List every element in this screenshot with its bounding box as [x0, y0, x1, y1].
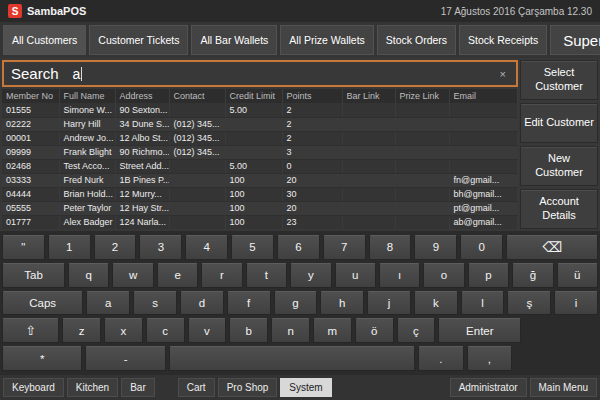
- key-comma[interactable]: ,: [467, 346, 513, 371]
- kitchen-button[interactable]: Kitchen: [67, 378, 118, 397]
- key-s[interactable]: s: [133, 291, 177, 316]
- key-o-umlaut[interactable]: ö: [355, 318, 394, 343]
- tab-supervisor[interactable]: Supervisor: [550, 25, 600, 55]
- key-dotless-i[interactable]: ı: [379, 263, 420, 288]
- pro-shop-button[interactable]: Pro Shop: [218, 378, 278, 397]
- key-c-cedilla[interactable]: ç: [397, 318, 436, 343]
- tab-all-prize-wallets[interactable]: All Prize Wallets: [280, 25, 373, 55]
- table-row[interactable]: 05555Peter Taylor12 Hay Str...10020pt@gm…: [2, 201, 518, 215]
- key-r[interactable]: r: [201, 263, 242, 288]
- search-input[interactable]: a: [73, 66, 497, 82]
- key-a[interactable]: a: [86, 291, 130, 316]
- table-cell: Peter Taylor: [59, 201, 115, 215]
- key-g[interactable]: g: [274, 291, 318, 316]
- new-customer-button[interactable]: New Customer: [520, 146, 598, 186]
- key-u[interactable]: u: [335, 263, 376, 288]
- column-header-bar-link[interactable]: Bar Link: [342, 89, 395, 103]
- key-e[interactable]: e: [157, 263, 198, 288]
- bar-button[interactable]: Bar: [121, 378, 155, 397]
- table-row[interactable]: 01555Simone W...90 Sexton...5.002: [2, 103, 518, 117]
- table-cell: [342, 131, 395, 145]
- table-row[interactable]: 01777Alex Badger124 Narla...10023ab@gmai…: [2, 215, 518, 229]
- cart-button[interactable]: Cart: [178, 378, 215, 397]
- key-6[interactable]: 6: [277, 235, 320, 260]
- select-customer-button[interactable]: Select Customer: [520, 60, 598, 100]
- column-header-member-no[interactable]: Member No: [2, 89, 59, 103]
- key-n[interactable]: n: [271, 318, 310, 343]
- column-header-email[interactable]: Email: [449, 89, 518, 103]
- key-l[interactable]: l: [461, 291, 505, 316]
- table-cell: 12 Albo St...: [115, 131, 169, 145]
- key-f[interactable]: f: [227, 291, 271, 316]
- table-cell: 20: [282, 201, 342, 215]
- key-7[interactable]: 7: [323, 235, 366, 260]
- column-header-credit-limit[interactable]: Credit Limit: [225, 89, 282, 103]
- edit-customer-button[interactable]: Edit Customer: [520, 103, 598, 143]
- key-5[interactable]: 5: [231, 235, 274, 260]
- table-cell: [342, 173, 395, 187]
- column-header-prize-link[interactable]: Prize Link: [395, 89, 449, 103]
- key-shift[interactable]: ⇧: [2, 318, 59, 343]
- table-row[interactable]: 04444Brian Hold...12 Murry...10030bh@gma…: [2, 187, 518, 201]
- key-v[interactable]: v: [188, 318, 227, 343]
- column-header-contact[interactable]: Contact: [169, 89, 225, 103]
- tab-all-customers[interactable]: All Customers: [3, 25, 86, 55]
- key-z[interactable]: z: [62, 318, 101, 343]
- system-button[interactable]: System: [280, 378, 331, 397]
- tab-customer-tickets[interactable]: Customer Tickets: [89, 25, 188, 55]
- key-h[interactable]: h: [320, 291, 364, 316]
- column-header-full-name[interactable]: Full Name: [59, 89, 115, 103]
- search-clear-button[interactable]: ×: [497, 68, 509, 80]
- main-menu-button[interactable]: Main Menu: [530, 378, 597, 397]
- key-x[interactable]: x: [104, 318, 143, 343]
- tab-stock-receipts[interactable]: Stock Receipts: [459, 25, 547, 55]
- account-details-button[interactable]: Account Details: [520, 189, 598, 229]
- table-row[interactable]: 00001Andrew Jo...12 Albo St...(012) 345.…: [2, 131, 518, 145]
- key-4[interactable]: 4: [185, 235, 228, 260]
- key-enter[interactable]: Enter: [438, 318, 521, 343]
- key-j[interactable]: j: [367, 291, 411, 316]
- key-backspace[interactable]: ⌫: [506, 235, 598, 260]
- table-row[interactable]: 09999Frank Blight90 Richmo...(012) 345..…: [2, 145, 518, 159]
- key-0[interactable]: 0: [460, 235, 503, 260]
- key-g-breve[interactable]: ğ: [512, 263, 553, 288]
- key-caps[interactable]: Caps: [2, 291, 83, 316]
- key-b[interactable]: b: [229, 318, 268, 343]
- key-1[interactable]: 1: [48, 235, 91, 260]
- search-bar[interactable]: Search a ×: [2, 60, 518, 87]
- key-u-umlaut[interactable]: ü: [557, 263, 598, 288]
- key-i[interactable]: i: [554, 291, 598, 316]
- key-3[interactable]: 3: [139, 235, 182, 260]
- key-t[interactable]: t: [246, 263, 287, 288]
- column-header-address[interactable]: Address: [115, 89, 169, 103]
- key-q[interactable]: q: [68, 263, 109, 288]
- key-asterisk[interactable]: *: [2, 346, 82, 371]
- key-d[interactable]: d: [180, 291, 224, 316]
- table-row[interactable]: 02222Harry Hill34 Dune S...(012) 345...2: [2, 117, 518, 131]
- key-9[interactable]: 9: [414, 235, 457, 260]
- key-w[interactable]: w: [112, 263, 153, 288]
- tab-stock-orders[interactable]: Stock Orders: [377, 25, 456, 55]
- key-c[interactable]: c: [146, 318, 185, 343]
- key-k[interactable]: k: [414, 291, 458, 316]
- key-y[interactable]: y: [290, 263, 331, 288]
- table-row[interactable]: 02468Test Acco...Street Add...5.000: [2, 159, 518, 173]
- key-s-cedilla[interactable]: ş: [507, 291, 551, 316]
- key-p[interactable]: p: [468, 263, 509, 288]
- column-header-points[interactable]: Points: [282, 89, 342, 103]
- table-cell: 90 Sexton...: [115, 103, 169, 117]
- key-m[interactable]: m: [313, 318, 352, 343]
- administrator-button[interactable]: Administrator: [450, 378, 527, 397]
- key-double-quote[interactable]: ": [2, 235, 45, 260]
- key-tab[interactable]: Tab: [2, 263, 65, 288]
- table-row[interactable]: 03333Fred Nurk1B Pines P...10020fn@gmail…: [2, 173, 518, 187]
- key-space[interactable]: [169, 346, 415, 371]
- key-period[interactable]: .: [418, 346, 464, 371]
- keyboard-button[interactable]: Keyboard: [3, 378, 64, 397]
- tab-all-bar-wallets[interactable]: All Bar Wallets: [191, 25, 277, 55]
- key-2[interactable]: 2: [94, 235, 137, 260]
- key-8[interactable]: 8: [369, 235, 412, 260]
- key-dash[interactable]: -: [85, 346, 165, 371]
- key-o[interactable]: o: [423, 263, 464, 288]
- table-cell: 05555: [2, 201, 59, 215]
